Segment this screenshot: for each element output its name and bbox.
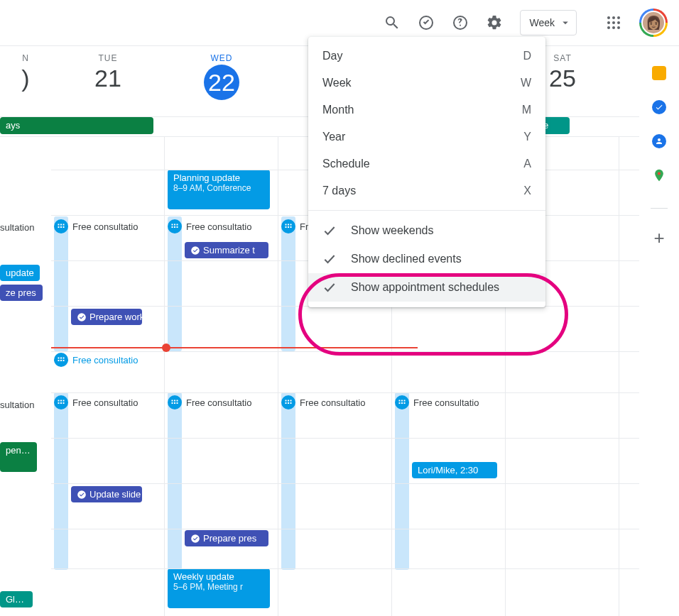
appointment-label[interactable]: Free consultatio (54, 219, 138, 233)
dropdown-check-appointment-schedules[interactable]: Show appointment schedules (308, 273, 545, 302)
appointment-label[interactable]: Free consultatio (281, 395, 366, 409)
allday-event[interactable]: ays (0, 117, 153, 134)
appointment-block[interactable] (168, 392, 182, 570)
dropdown-item-day[interactable]: DayD (308, 43, 545, 70)
help-icon[interactable] (446, 9, 474, 37)
appointment-label[interactable]: Free consultatio (54, 353, 138, 367)
current-time-indicator (51, 347, 418, 348)
appointment-block[interactable] (54, 392, 68, 570)
tasks-icon[interactable] (652, 100, 666, 114)
appointment-icon (54, 353, 68, 367)
hour-line (51, 392, 639, 393)
add-addon-button[interactable]: + (653, 229, 664, 247)
apps-grid-icon[interactable] (599, 9, 628, 37)
svg-point-9 (658, 172, 661, 175)
svg-point-2 (617, 16, 620, 19)
event-chip[interactable]: pening (0, 442, 37, 472)
dropdown-item-week[interactable]: WeekW (308, 70, 545, 97)
day-number: ) (21, 65, 29, 92)
hour-line (51, 351, 639, 352)
side-panel: + (639, 45, 679, 616)
dow-label: TUE (99, 53, 118, 63)
settings-icon[interactable] (480, 9, 509, 37)
appointment-block[interactable] (395, 392, 409, 570)
sidepanel-divider (651, 208, 668, 209)
hour-line (51, 568, 639, 569)
svg-point-8 (617, 26, 620, 29)
dropdown-item-7days[interactable]: 7 daysX (308, 177, 545, 204)
check-icon (322, 252, 337, 266)
appointment-icon (168, 219, 182, 233)
event-chip[interactable]: Weekly update 5–6 PM, Meeting r (168, 568, 270, 608)
appointment-block[interactable] (281, 392, 295, 570)
dropdown-separator (308, 210, 545, 211)
appointment-block[interactable] (54, 216, 68, 351)
appointment-block[interactable] (281, 216, 295, 351)
appointment-label[interactable]: Free consultatio (168, 395, 252, 409)
appointment-icon (281, 395, 295, 409)
appointment-label[interactable]: Free consultatio (395, 395, 479, 409)
dow-label-today: WED (211, 53, 233, 63)
dropdown-item-month[interactable]: MonthM (308, 97, 545, 123)
tue-col: Free consultatio Prepare work Free consu… (51, 137, 165, 616)
dropdown-item-schedule[interactable]: ScheduleA (308, 150, 545, 177)
svg-point-1 (612, 16, 615, 19)
wed-col: Planning update 8–9 AM, Conference Free … (165, 137, 278, 616)
avatar-image: 👩🏽 (641, 11, 666, 35)
dow-label: N (22, 53, 29, 63)
appointment-icon (281, 219, 295, 233)
view-dropdown: DayD WeekW MonthM YearY ScheduleA 7 days… (308, 37, 545, 307)
svg-point-6 (607, 26, 610, 29)
view-select-button[interactable]: Week (520, 10, 577, 35)
appointment-label[interactable]: sultation (0, 400, 34, 410)
day-number[interactable]: 25 (549, 65, 576, 92)
account-avatar[interactable]: 👩🏽 (639, 9, 668, 37)
appointment-icon (54, 395, 68, 409)
appointment-block[interactable] (168, 216, 182, 351)
mon-col: sultation update ze pres sultation penin… (0, 137, 51, 616)
event-chip[interactable]: Update slide (71, 486, 142, 502)
appointment-icon (395, 395, 409, 409)
event-chip[interactable]: Gloria (0, 591, 33, 607)
hour-line (51, 529, 639, 529)
view-label: Week (529, 17, 555, 28)
dropdown-check-weekends[interactable]: Show weekends (308, 216, 545, 245)
maps-icon[interactable] (652, 168, 666, 182)
hour-line (51, 438, 639, 439)
svg-point-3 (607, 21, 610, 24)
svg-point-4 (612, 21, 615, 24)
svg-point-5 (617, 21, 620, 24)
dropdown-item-year[interactable]: YearY (308, 123, 545, 150)
insights-icon[interactable] (412, 9, 440, 37)
appointment-icon (168, 395, 182, 409)
event-chip[interactable]: Prepare pres (185, 530, 268, 546)
caret-down-icon (559, 16, 572, 29)
day-number-today[interactable]: 22 (204, 65, 239, 100)
check-icon (322, 280, 337, 295)
check-icon (322, 224, 337, 238)
appointment-label[interactable]: Fr (281, 219, 308, 233)
event-chip[interactable]: Planning update 8–9 AM, Conference (168, 170, 270, 209)
appointment-label[interactable]: sultation (0, 222, 34, 233)
appointment-label[interactable]: Free consultatio (168, 219, 252, 233)
svg-point-0 (607, 16, 610, 19)
keep-icon[interactable] (652, 66, 666, 80)
event-chip[interactable]: Lori/Mike, 2:30 (412, 462, 497, 478)
event-chip[interactable]: Summarize t (185, 242, 268, 258)
contacts-icon[interactable] (652, 134, 666, 148)
event-chip[interactable]: ze pres (0, 285, 43, 301)
event-chip[interactable]: Prepare work (71, 309, 142, 325)
appointment-icon (54, 219, 68, 233)
appointment-label[interactable]: Free consultatio (54, 395, 138, 409)
event-chip[interactable]: update (0, 265, 40, 281)
svg-point-7 (612, 26, 615, 29)
day-number[interactable]: 21 (94, 65, 121, 92)
hour-line (51, 483, 639, 484)
dow-label: SAT (553, 53, 571, 63)
dropdown-check-declined[interactable]: Show declined events (308, 245, 545, 273)
search-icon[interactable] (378, 9, 406, 37)
